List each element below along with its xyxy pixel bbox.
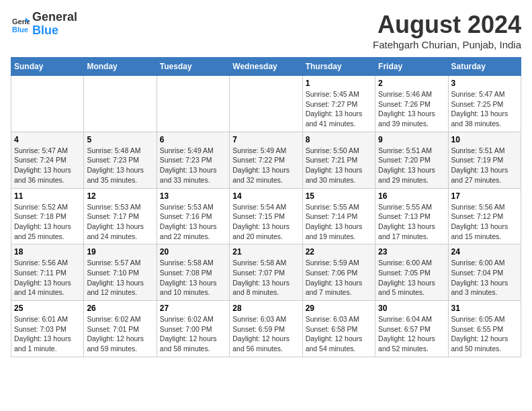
- page-header: General Blue General Blue August 2024 Fa…: [11, 11, 521, 50]
- calendar-cell: 6Sunrise: 5:49 AM Sunset: 7:23 PM Daylig…: [157, 132, 229, 188]
- day-number: 5: [87, 135, 153, 144]
- day-info: Sunrise: 5:53 AM Sunset: 7:16 PM Dayligh…: [160, 202, 226, 242]
- day-number: 13: [160, 191, 226, 201]
- day-info: Sunrise: 6:05 AM Sunset: 6:55 PM Dayligh…: [451, 314, 518, 354]
- calendar-week-row: 11Sunrise: 5:52 AM Sunset: 7:18 PM Dayli…: [11, 188, 521, 244]
- day-number: 30: [378, 304, 445, 313]
- day-info: Sunrise: 5:49 AM Sunset: 7:23 PM Dayligh…: [160, 146, 226, 185]
- day-number: 11: [14, 191, 81, 201]
- calendar-cell: 24Sunrise: 6:00 AM Sunset: 7:04 PM Dayli…: [448, 244, 521, 301]
- calendar-cell: 8Sunrise: 5:50 AM Sunset: 7:21 PM Daylig…: [302, 132, 375, 188]
- day-number: 28: [232, 304, 299, 313]
- day-info: Sunrise: 6:04 AM Sunset: 6:57 PM Dayligh…: [378, 314, 445, 354]
- calendar-cell: 31Sunrise: 6:05 AM Sunset: 6:55 PM Dayli…: [448, 301, 521, 357]
- svg-text:Blue: Blue: [12, 26, 28, 34]
- day-number: 21: [232, 247, 299, 257]
- day-info: Sunrise: 5:55 AM Sunset: 7:13 PM Dayligh…: [378, 202, 445, 242]
- day-number: 26: [87, 304, 153, 313]
- day-number: 7: [232, 135, 299, 144]
- day-info: Sunrise: 6:01 AM Sunset: 7:03 PM Dayligh…: [14, 314, 81, 354]
- title-block: August 2024 Fatehgarh Churian, Punjab, I…: [373, 11, 521, 50]
- location-subtitle: Fatehgarh Churian, Punjab, India: [373, 39, 521, 50]
- day-info: Sunrise: 5:52 AM Sunset: 7:18 PM Dayligh…: [14, 202, 81, 242]
- day-info: Sunrise: 5:58 AM Sunset: 7:08 PM Dayligh…: [160, 258, 226, 298]
- day-info: Sunrise: 5:47 AM Sunset: 7:25 PM Dayligh…: [451, 89, 518, 129]
- calendar-cell: 12Sunrise: 5:53 AM Sunset: 7:17 PM Dayli…: [84, 188, 157, 244]
- day-number: 12: [87, 191, 153, 201]
- day-info: Sunrise: 5:51 AM Sunset: 7:20 PM Dayligh…: [378, 146, 445, 185]
- calendar-week-row: 18Sunrise: 5:56 AM Sunset: 7:11 PM Dayli…: [11, 244, 521, 301]
- logo-icon: General Blue: [11, 15, 30, 34]
- calendar-cell: 25Sunrise: 6:01 AM Sunset: 7:03 PM Dayli…: [11, 301, 84, 357]
- calendar-table: SundayMondayTuesdayWednesdayThursdayFrid…: [11, 57, 521, 357]
- day-info: Sunrise: 6:02 AM Sunset: 7:01 PM Dayligh…: [87, 314, 153, 354]
- day-of-week-header: Thursday: [302, 58, 375, 76]
- day-number: 23: [378, 247, 445, 257]
- day-info: Sunrise: 5:59 AM Sunset: 7:06 PM Dayligh…: [306, 258, 372, 298]
- day-number: 10: [451, 135, 518, 144]
- calendar-cell: 15Sunrise: 5:55 AM Sunset: 7:14 PM Dayli…: [302, 188, 375, 244]
- calendar-cell: 22Sunrise: 5:59 AM Sunset: 7:06 PM Dayli…: [302, 244, 375, 301]
- day-info: Sunrise: 5:54 AM Sunset: 7:15 PM Dayligh…: [232, 202, 299, 242]
- day-info: Sunrise: 6:00 AM Sunset: 7:05 PM Dayligh…: [378, 258, 445, 298]
- calendar-cell: [11, 76, 84, 132]
- day-number: 19: [87, 247, 153, 257]
- calendar-cell: 4Sunrise: 5:47 AM Sunset: 7:24 PM Daylig…: [11, 132, 84, 188]
- logo-text: General Blue: [32, 11, 77, 38]
- calendar-cell: 20Sunrise: 5:58 AM Sunset: 7:08 PM Dayli…: [157, 244, 229, 301]
- calendar-cell: 19Sunrise: 5:57 AM Sunset: 7:10 PM Dayli…: [84, 244, 157, 301]
- calendar-cell: 5Sunrise: 5:48 AM Sunset: 7:23 PM Daylig…: [84, 132, 157, 188]
- day-info: Sunrise: 6:03 AM Sunset: 6:59 PM Dayligh…: [232, 314, 299, 354]
- calendar-week-row: 1Sunrise: 5:45 AM Sunset: 7:27 PM Daylig…: [11, 76, 521, 132]
- day-number: 3: [451, 79, 518, 88]
- day-number: 14: [232, 191, 299, 201]
- calendar-cell: [157, 76, 229, 132]
- day-info: Sunrise: 5:51 AM Sunset: 7:19 PM Dayligh…: [451, 146, 518, 185]
- day-number: 17: [451, 191, 518, 201]
- calendar-cell: 10Sunrise: 5:51 AM Sunset: 7:19 PM Dayli…: [448, 132, 521, 188]
- calendar-cell: [230, 76, 302, 132]
- calendar-cell: 23Sunrise: 6:00 AM Sunset: 7:05 PM Dayli…: [375, 244, 448, 301]
- calendar-cell: [84, 76, 157, 132]
- calendar-cell: 27Sunrise: 6:02 AM Sunset: 7:00 PM Dayli…: [157, 301, 229, 357]
- day-number: 25: [14, 304, 81, 313]
- calendar-cell: 13Sunrise: 5:53 AM Sunset: 7:16 PM Dayli…: [157, 188, 229, 244]
- day-info: Sunrise: 5:53 AM Sunset: 7:17 PM Dayligh…: [87, 202, 153, 242]
- month-year-title: August 2024: [373, 11, 521, 39]
- day-info: Sunrise: 5:50 AM Sunset: 7:21 PM Dayligh…: [306, 146, 372, 185]
- day-of-week-header: Sunday: [11, 58, 84, 76]
- day-number: 31: [451, 304, 518, 313]
- day-number: 20: [160, 247, 226, 257]
- calendar-cell: 16Sunrise: 5:55 AM Sunset: 7:13 PM Dayli…: [375, 188, 448, 244]
- day-number: 1: [306, 79, 372, 88]
- day-info: Sunrise: 5:49 AM Sunset: 7:22 PM Dayligh…: [232, 146, 299, 185]
- day-number: 9: [378, 135, 445, 144]
- calendar-cell: 29Sunrise: 6:03 AM Sunset: 6:58 PM Dayli…: [302, 301, 375, 357]
- calendar-cell: 28Sunrise: 6:03 AM Sunset: 6:59 PM Dayli…: [230, 301, 302, 357]
- calendar-cell: 1Sunrise: 5:45 AM Sunset: 7:27 PM Daylig…: [302, 76, 375, 132]
- day-number: 22: [306, 247, 372, 257]
- day-number: 2: [378, 79, 445, 88]
- day-number: 18: [14, 247, 81, 257]
- day-info: Sunrise: 5:57 AM Sunset: 7:10 PM Dayligh…: [87, 258, 153, 298]
- day-info: Sunrise: 6:02 AM Sunset: 7:00 PM Dayligh…: [160, 314, 226, 354]
- calendar-week-row: 25Sunrise: 6:01 AM Sunset: 7:03 PM Dayli…: [11, 301, 521, 357]
- day-info: Sunrise: 5:45 AM Sunset: 7:27 PM Dayligh…: [306, 89, 372, 129]
- day-info: Sunrise: 5:56 AM Sunset: 7:12 PM Dayligh…: [451, 202, 518, 242]
- day-number: 15: [306, 191, 372, 201]
- day-of-week-header: Friday: [375, 58, 448, 76]
- day-number: 29: [306, 304, 372, 313]
- calendar-cell: 9Sunrise: 5:51 AM Sunset: 7:20 PM Daylig…: [375, 132, 448, 188]
- day-number: 27: [160, 304, 226, 313]
- day-number: 4: [14, 135, 81, 144]
- day-info: Sunrise: 5:55 AM Sunset: 7:14 PM Dayligh…: [306, 202, 372, 242]
- day-number: 24: [451, 247, 518, 257]
- day-info: Sunrise: 5:58 AM Sunset: 7:07 PM Dayligh…: [232, 258, 299, 298]
- calendar-cell: 3Sunrise: 5:47 AM Sunset: 7:25 PM Daylig…: [448, 76, 521, 132]
- day-of-week-header: Wednesday: [230, 58, 302, 76]
- calendar-week-row: 4Sunrise: 5:47 AM Sunset: 7:24 PM Daylig…: [11, 132, 521, 188]
- day-info: Sunrise: 5:46 AM Sunset: 7:26 PM Dayligh…: [378, 89, 445, 129]
- day-info: Sunrise: 6:00 AM Sunset: 7:04 PM Dayligh…: [451, 258, 518, 298]
- calendar-cell: 17Sunrise: 5:56 AM Sunset: 7:12 PM Dayli…: [448, 188, 521, 244]
- day-of-week-header: Tuesday: [157, 58, 229, 76]
